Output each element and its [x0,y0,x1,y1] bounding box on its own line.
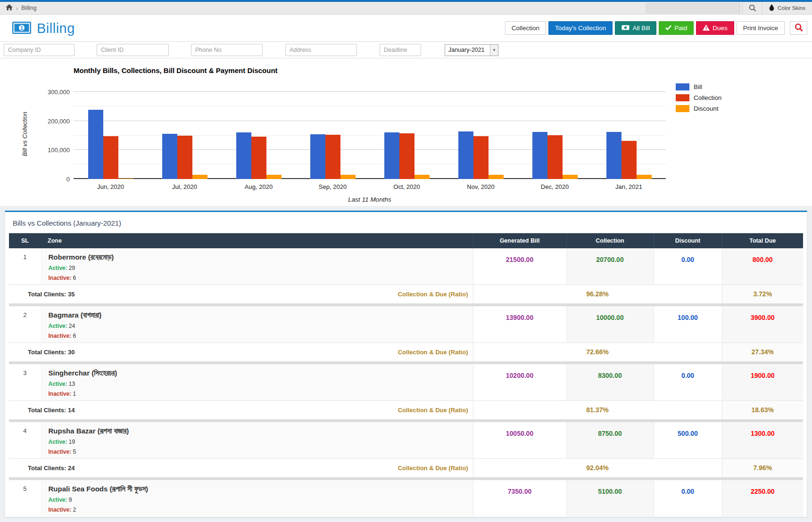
zone-ratio-row-4: Total Clients: 24Collection & Due (Ratio… [9,458,803,477]
filter-bar: January-2021 ▼ [0,41,812,58]
bar-discount-1 [192,175,207,179]
discount-value: 0.00 [654,364,722,400]
topbar-search-button[interactable] [742,2,762,15]
bar-discount-7 [637,175,652,179]
collection-ratio: 81.37% [473,400,722,419]
zone-active-count: Active: 24 [49,323,473,329]
page-body: Bills vs Collections (January-2021) SL Z… [0,206,812,522]
billing-money-icon: 1 [12,22,31,36]
due-ratio: 7.96% [722,458,803,477]
zone-active-count: Active: 19 [49,439,473,445]
legend-label: Collection [694,94,721,101]
zone-row-1: 1Robermore (রবেরমোড়)Active: 29Inactive:… [9,248,803,285]
print-invoice-button[interactable]: Print Invoice [737,21,785,35]
zone-name: Robermore (রবেরমোড়) [49,253,473,261]
col-header-zone: Zone [41,233,473,248]
x-axis-tick: Sep, 2020 [300,183,366,190]
x-axis-tick: Jun, 2020 [78,183,144,190]
color-skins-button[interactable]: Color Skins [762,2,812,15]
x-axis-tick: Dec, 2020 [522,183,588,190]
zone-active-count: Active: 29 [49,265,473,271]
month-select[interactable]: January-2021 ▼ [445,44,498,56]
due-ratio: 3.72% [722,285,803,303]
collection-value: 8300.00 [566,364,654,400]
generated-bill-value: 10050.00 [473,422,566,458]
zone-name: Rupsha Bazar (রূপসা বাজার) [49,427,473,435]
bar-discount-2 [266,175,282,179]
topbar-search-input[interactable] [646,3,740,13]
zone-row-4: 4Rupsha Bazar (রূপসা বাজার)Active: 19Ina… [9,422,803,458]
ratio-label: Collection & Due (Ratio) [398,407,468,414]
client-id-input[interactable] [97,44,169,56]
home-icon[interactable] [6,4,13,12]
banknote-icon [621,24,630,32]
total-due-value: 3900.00 [722,306,803,343]
legend-item-bill: Bill [676,83,721,90]
zone-inactive-count: Inactive: 6 [49,275,473,281]
deadline-input[interactable] [380,44,421,56]
panel-title: Bills vs Collections (January-2021) [5,212,807,233]
address-input[interactable] [285,44,357,56]
collection-value: 20700.00 [566,248,654,285]
total-due-value: 1300.00 [722,422,803,458]
zone-inactive-count: Inactive: 6 [49,333,473,339]
gridline [74,106,666,106]
chart-plot-area [74,92,666,179]
header-search-button[interactable] [790,21,807,35]
zone-ratio-row-1: Total Clients: 35Collection & Due (Ratio… [9,285,803,303]
legend-swatch [676,94,689,101]
bar-bill-7 [606,132,621,179]
bar-bill-3 [310,134,325,179]
brand: 1 Billing [12,21,75,36]
bar-collection-5 [473,136,489,179]
bar-collection-3 [325,135,340,179]
x-axis-tick: Nov, 2020 [448,183,514,190]
paid-button[interactable]: Paid [659,21,694,35]
svg-text:1: 1 [20,25,23,31]
collection-ratio: 72.66% [473,343,722,361]
breadcrumb-item-billing[interactable]: Billing [21,5,36,11]
y-axis-tick: 200,000 [24,118,70,125]
droplet-icon [769,4,774,12]
y-axis-tick: 300,000 [24,89,70,96]
zone-inactive-count: Inactive: 2 [49,506,473,513]
bar-discount-6 [563,175,578,179]
discount-value: 0.00 [654,480,722,516]
bar-collection-0 [103,136,118,179]
warning-icon [703,24,710,32]
zone-ratio-row-3: Total Clients: 14Collection & Due (Ratio… [9,400,803,419]
chart-x-axis-caption: Last 11 Months [74,196,666,203]
company-id-input[interactable] [4,44,75,56]
page-header: 1 Billing Collection Today's Collection … [0,15,812,41]
bar-bill-2 [236,132,251,179]
color-skins-label: Color Skins [778,5,805,11]
all-bill-button[interactable]: All Bill [615,21,656,35]
todays-collection-button[interactable]: Today's Collection [548,21,613,35]
total-clients: Total Clients: 35 [28,291,75,298]
header-actions: Collection Today's Collection All Bill P… [505,21,807,35]
zone-active-count: Active: 13 [49,381,473,387]
collection-button[interactable]: Collection [505,21,546,35]
bar-bill-1 [162,134,177,179]
total-due-value: 2250.00 [722,480,803,516]
y-axis-tick: 0 [24,176,70,183]
total-clients: Total Clients: 24 [28,465,75,472]
total-due-value: 800.00 [722,248,803,285]
zones-table: SL Zone Generated Bill Collection Discou… [9,233,803,516]
bar-bill-4 [384,132,399,179]
collection-value: 5100.00 [566,480,654,516]
legend-label: Bill [694,83,702,90]
collection-value: 8750.00 [566,422,654,458]
x-axis-tick: Jan, 2021 [596,183,662,190]
zone-row-3: 3Singherchar (সিংহেরচর)Active: 13Inactiv… [9,364,803,400]
bar-bill-6 [532,132,547,179]
zone-row-5: 5Rupali Sea Foods (রূপালি সী ফুডস)Active… [9,480,803,516]
discount-value: 500.00 [654,422,722,458]
check-icon [665,24,671,32]
discount-value: 100.00 [654,306,722,343]
bar-collection-4 [399,133,414,179]
dues-button[interactable]: Dues [696,21,734,35]
zone-name: Bagmara (বাগমারা) [49,311,473,319]
phone-no-input[interactable] [191,44,263,56]
generated-bill-value: 10200.00 [473,364,566,400]
